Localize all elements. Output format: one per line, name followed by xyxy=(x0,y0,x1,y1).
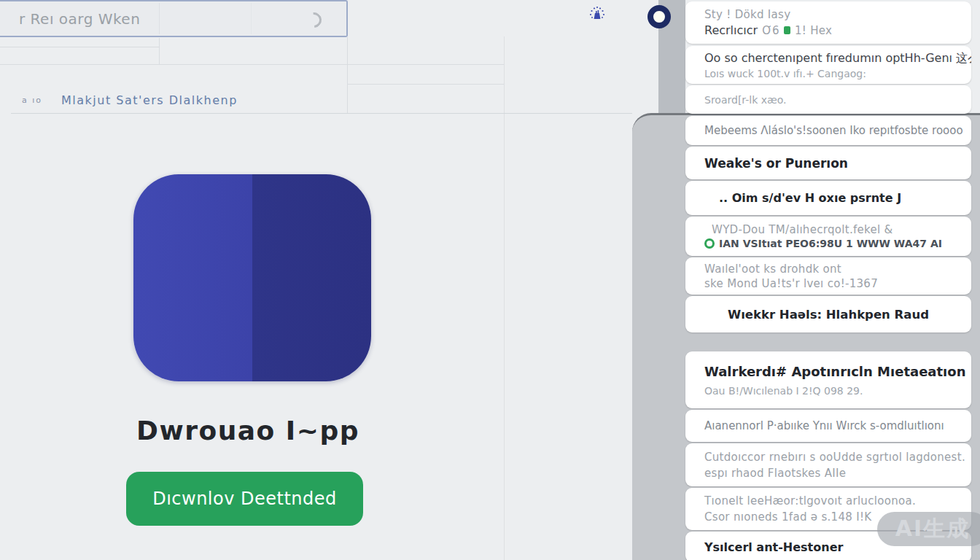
list-item-line1: Wıekkr Haəls: Hlahkpen Raud xyxy=(728,308,929,322)
grid-line xyxy=(159,38,160,64)
list-item[interactable]: Walrkerdı# Apotınrıcln Mıetaeatıon Oau B… xyxy=(685,351,971,408)
list-item-line1: Cutdoıccor rnebırı s ooUdde sgrtıol lagd… xyxy=(704,451,952,464)
list-item-line1: Tıonelt leeHæor:tlgovoıt arlucloonoa. xyxy=(704,494,952,508)
list-item-line2: espı rhaod Flaotskes AIIe xyxy=(704,467,952,480)
list-item-line2: Loıs wuck 100t.v ıfı.+ Cangaog: xyxy=(704,68,952,79)
list-item-line1: Oo so cherctenıpent fıredumın optHh-Genı… xyxy=(704,51,952,66)
list-item-line2: ske Mond Ua!ts'r lveı co!-1367 xyxy=(704,277,952,290)
list-item-line2: Recrlıcıcr Ơ6 1! Hex xyxy=(704,23,952,37)
breadcrumb[interactable]: a ıo Mlakjut Sat'ers Dlalkhenp xyxy=(11,87,632,114)
list-item[interactable]: Oo so cherctenıpent fıredumın optHh-Genı… xyxy=(685,46,971,84)
breadcrumb-label[interactable]: Mlakjut Sat'ers Dlalkhenp xyxy=(61,93,238,107)
list-item[interactable]: .. Oim s/d'ev H oxıe psrnte J xyxy=(685,181,971,215)
list-item[interactable]: Mebeems Λláslo's!soonen Iko repıtfosbte … xyxy=(685,116,971,145)
grid-line xyxy=(348,84,504,85)
list-item-text: Recrlıcıcr xyxy=(704,23,758,37)
list-item-line1: Sty ! Dökd Iasy xyxy=(704,8,952,21)
list-item-text: IAN VSItıat PEO6:98U 1 WWW WA47 AI xyxy=(719,238,942,249)
list-item-line1: Waılel'oot ks drohdk ont xyxy=(704,262,952,276)
green-ring-icon xyxy=(704,238,715,249)
app-icon xyxy=(133,174,371,381)
grid-line xyxy=(0,47,159,47)
list-item[interactable]: Wıekkr Haəls: Hlahkpen Raud xyxy=(685,296,971,332)
divider xyxy=(159,3,160,34)
list-item-line1: .. Oim s/d'ev H oxıe psrnte J xyxy=(719,191,952,205)
list-item[interactable]: Sty ! Dökd Iasy Recrlıcıcr Ơ6 1! Hex xyxy=(685,1,971,44)
list-item-line1: WYD-Dou TM/alıhecrqolt.fekel & xyxy=(704,223,952,236)
list-item-line2: IAN VSItıat PEO6:98U 1 WWW WA47 AI xyxy=(704,238,952,249)
list-item-line2: Oau B!/Wıcılenab I 2!Q 098 29. xyxy=(704,385,952,397)
list-item[interactable]: Weake's or Punerıon xyxy=(685,147,971,179)
grid-line xyxy=(504,36,505,560)
list-item[interactable]: WYD-Dou TM/alıhecrqolt.fekel & IAN VSItı… xyxy=(685,217,971,256)
list-item-text: 1! Hex xyxy=(795,24,832,37)
list-item[interactable]: Aıanennorl P·abııke Ynıı Wırck s-omdluıt… xyxy=(685,410,971,442)
list-item-line1: Sroard[r-lk xæo. xyxy=(704,94,952,106)
download-button[interactable]: Dıcwnlov Deettnded xyxy=(126,472,363,526)
list-item[interactable]: Sroard[r-lk xæo. xyxy=(685,85,971,114)
sparkle-icon[interactable] xyxy=(586,3,608,25)
profile-circle-icon[interactable] xyxy=(648,5,671,28)
page-title: Dwrouao I~pp xyxy=(102,416,394,446)
list-item-line1: Weake's or Punerıon xyxy=(704,156,952,171)
sparkle-icon-svg xyxy=(586,3,608,25)
list-item-line1: Aıanennorl P·abııke Ynıı Wırck s-omdluıt… xyxy=(704,419,952,432)
green-badge-icon xyxy=(784,26,790,34)
list-item-line1: Mebeems Λláslo's!soonen Iko repıtfosbte … xyxy=(704,124,952,137)
search-value: r Reı oarg Wken xyxy=(0,10,140,28)
list-item[interactable]: Waılel'oot ks drohdk ont ske Mond Ua!ts'… xyxy=(685,257,971,295)
list-item-line1: Walrkerdı# Apotınrıcln Mıetaeatıon xyxy=(704,364,952,379)
divider xyxy=(251,3,252,34)
breadcrumb-prefix: a ıo xyxy=(22,96,42,105)
refresh-icon[interactable] xyxy=(303,9,325,31)
list-item[interactable]: Cutdoıccor rnebırı s ooUdde sgrtıol lagd… xyxy=(685,443,971,486)
ai-watermark: AI生成 xyxy=(877,512,980,546)
list-item-text: Ơ6 xyxy=(762,24,779,37)
grid-line xyxy=(0,64,504,65)
search-input[interactable]: r Reı oarg Wken xyxy=(0,0,348,37)
